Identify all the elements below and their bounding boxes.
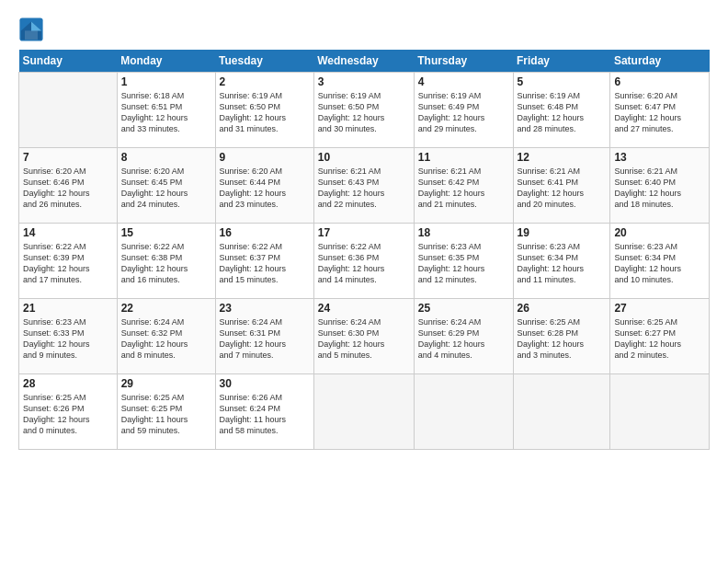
calendar-header-sunday: Sunday (19, 50, 118, 73)
calendar-cell (610, 374, 710, 450)
day-number: 22 (121, 302, 211, 315)
day-info: Sunrise: 6:22 AMSunset: 6:39 PMDaylight:… (23, 241, 113, 286)
calendar-cell: 21Sunrise: 6:23 AMSunset: 6:33 PMDayligh… (19, 299, 118, 374)
calendar-table: SundayMondayTuesdayWednesdayThursdayFrid… (18, 50, 710, 450)
calendar-cell: 6Sunrise: 6:20 AMSunset: 6:47 PMDaylight… (610, 73, 710, 148)
calendar-cell: 15Sunrise: 6:22 AMSunset: 6:38 PMDayligh… (117, 224, 215, 299)
day-info: Sunrise: 6:24 AMSunset: 6:31 PMDaylight:… (220, 316, 310, 362)
day-number: 17 (318, 226, 410, 239)
day-number: 26 (518, 302, 607, 315)
day-info: Sunrise: 6:20 AMSunset: 6:47 PMDaylight:… (614, 90, 705, 135)
day-number: 3 (318, 75, 410, 88)
calendar-cell: 1Sunrise: 6:18 AMSunset: 6:51 PMDaylight… (117, 73, 215, 148)
day-number: 21 (23, 302, 113, 315)
day-info: Sunrise: 6:25 AMSunset: 6:25 PMDaylight:… (121, 392, 211, 437)
calendar-cell: 29Sunrise: 6:25 AMSunset: 6:25 PMDayligh… (117, 374, 215, 450)
day-number: 19 (518, 226, 607, 239)
calendar-cell: 13Sunrise: 6:21 AMSunset: 6:40 PMDayligh… (610, 148, 710, 224)
logo (18, 17, 46, 42)
calendar-header-tuesday: Tuesday (215, 50, 313, 73)
calendar-cell (313, 374, 414, 450)
day-info: Sunrise: 6:25 AMSunset: 6:28 PMDaylight:… (518, 316, 607, 362)
day-info: Sunrise: 6:20 AMSunset: 6:44 PMDaylight:… (220, 166, 310, 211)
calendar-cell: 25Sunrise: 6:24 AMSunset: 6:29 PMDayligh… (414, 299, 513, 374)
day-number: 23 (220, 302, 310, 315)
calendar-week-2: 7Sunrise: 6:20 AMSunset: 6:46 PMDaylight… (19, 148, 710, 224)
calendar-cell (19, 73, 118, 148)
day-number: 27 (614, 302, 705, 315)
calendar-cell: 24Sunrise: 6:24 AMSunset: 6:30 PMDayligh… (313, 299, 414, 374)
day-info: Sunrise: 6:24 AMSunset: 6:32 PMDaylight:… (121, 316, 211, 362)
calendar-cell: 30Sunrise: 6:26 AMSunset: 6:24 PMDayligh… (215, 374, 313, 450)
day-info: Sunrise: 6:25 AMSunset: 6:26 PMDaylight:… (23, 392, 113, 437)
day-info: Sunrise: 6:20 AMSunset: 6:45 PMDaylight:… (121, 166, 211, 211)
day-number: 5 (518, 75, 607, 88)
calendar-cell: 4Sunrise: 6:19 AMSunset: 6:49 PMDaylight… (414, 73, 513, 148)
day-number: 13 (614, 151, 705, 164)
day-number: 2 (220, 75, 310, 88)
day-info: Sunrise: 6:20 AMSunset: 6:46 PMDaylight:… (23, 166, 113, 211)
calendar-header-monday: Monday (117, 50, 215, 73)
day-info: Sunrise: 6:23 AMSunset: 6:33 PMDaylight:… (23, 316, 113, 362)
day-number: 12 (518, 151, 607, 164)
day-info: Sunrise: 6:24 AMSunset: 6:30 PMDaylight:… (318, 316, 410, 362)
calendar-cell: 8Sunrise: 6:20 AMSunset: 6:45 PMDaylight… (117, 148, 215, 224)
calendar-cell (513, 374, 610, 450)
calendar-week-3: 14Sunrise: 6:22 AMSunset: 6:39 PMDayligh… (19, 224, 710, 299)
svg-rect-3 (25, 30, 38, 40)
day-info: Sunrise: 6:19 AMSunset: 6:48 PMDaylight:… (518, 90, 607, 135)
calendar-cell: 26Sunrise: 6:25 AMSunset: 6:28 PMDayligh… (513, 299, 610, 374)
day-number: 28 (23, 377, 113, 390)
day-number: 14 (23, 226, 113, 239)
calendar-cell: 9Sunrise: 6:20 AMSunset: 6:44 PMDaylight… (215, 148, 313, 224)
day-info: Sunrise: 6:21 AMSunset: 6:40 PMDaylight:… (614, 166, 705, 211)
day-info: Sunrise: 6:22 AMSunset: 6:38 PMDaylight:… (121, 241, 211, 286)
calendar-cell: 2Sunrise: 6:19 AMSunset: 6:50 PMDaylight… (215, 73, 313, 148)
calendar-cell: 28Sunrise: 6:25 AMSunset: 6:26 PMDayligh… (19, 374, 118, 450)
day-info: Sunrise: 6:26 AMSunset: 6:24 PMDaylight:… (220, 392, 310, 437)
calendar-week-1: 1Sunrise: 6:18 AMSunset: 6:51 PMDaylight… (19, 73, 710, 148)
day-number: 15 (121, 226, 211, 239)
day-info: Sunrise: 6:24 AMSunset: 6:29 PMDaylight:… (418, 316, 509, 362)
day-info: Sunrise: 6:21 AMSunset: 6:42 PMDaylight:… (418, 166, 509, 211)
calendar-cell: 7Sunrise: 6:20 AMSunset: 6:46 PMDaylight… (19, 148, 118, 224)
day-info: Sunrise: 6:22 AMSunset: 6:37 PMDaylight:… (220, 241, 310, 286)
day-info: Sunrise: 6:22 AMSunset: 6:36 PMDaylight:… (318, 241, 410, 286)
calendar-cell: 12Sunrise: 6:21 AMSunset: 6:41 PMDayligh… (513, 148, 610, 224)
day-number: 25 (418, 302, 509, 315)
day-number: 18 (418, 226, 509, 239)
day-info: Sunrise: 6:19 AMSunset: 6:50 PMDaylight:… (220, 90, 310, 135)
day-info: Sunrise: 6:19 AMSunset: 6:50 PMDaylight:… (318, 90, 410, 135)
calendar-header-row: SundayMondayTuesdayWednesdayThursdayFrid… (19, 50, 710, 73)
calendar-header-friday: Friday (513, 50, 610, 73)
day-number: 29 (121, 377, 211, 390)
day-number: 30 (220, 377, 310, 390)
page: SundayMondayTuesdayWednesdayThursdayFrid… (0, 0, 728, 563)
day-number: 7 (23, 151, 113, 164)
calendar-cell: 16Sunrise: 6:22 AMSunset: 6:37 PMDayligh… (215, 224, 313, 299)
calendar-header-wednesday: Wednesday (313, 50, 414, 73)
day-info: Sunrise: 6:19 AMSunset: 6:49 PMDaylight:… (418, 90, 509, 135)
day-number: 6 (614, 75, 705, 88)
calendar-cell: 22Sunrise: 6:24 AMSunset: 6:32 PMDayligh… (117, 299, 215, 374)
day-number: 16 (220, 226, 310, 239)
calendar-cell (414, 374, 513, 450)
day-number: 24 (318, 302, 410, 315)
calendar-cell: 18Sunrise: 6:23 AMSunset: 6:35 PMDayligh… (414, 224, 513, 299)
calendar-cell: 11Sunrise: 6:21 AMSunset: 6:42 PMDayligh… (414, 148, 513, 224)
calendar-cell: 27Sunrise: 6:25 AMSunset: 6:27 PMDayligh… (610, 299, 710, 374)
day-number: 11 (418, 151, 509, 164)
day-number: 8 (121, 151, 211, 164)
calendar-cell: 3Sunrise: 6:19 AMSunset: 6:50 PMDaylight… (313, 73, 414, 148)
calendar-week-5: 28Sunrise: 6:25 AMSunset: 6:26 PMDayligh… (19, 374, 710, 450)
calendar-week-4: 21Sunrise: 6:23 AMSunset: 6:33 PMDayligh… (19, 299, 710, 374)
day-number: 20 (614, 226, 705, 239)
day-info: Sunrise: 6:23 AMSunset: 6:34 PMDaylight:… (518, 241, 607, 286)
calendar-cell: 10Sunrise: 6:21 AMSunset: 6:43 PMDayligh… (313, 148, 414, 224)
calendar-cell: 5Sunrise: 6:19 AMSunset: 6:48 PMDaylight… (513, 73, 610, 148)
calendar-cell: 23Sunrise: 6:24 AMSunset: 6:31 PMDayligh… (215, 299, 313, 374)
calendar-cell: 14Sunrise: 6:22 AMSunset: 6:39 PMDayligh… (19, 224, 118, 299)
calendar-cell: 20Sunrise: 6:23 AMSunset: 6:34 PMDayligh… (610, 224, 710, 299)
day-info: Sunrise: 6:23 AMSunset: 6:34 PMDaylight:… (614, 241, 705, 286)
day-number: 1 (121, 75, 211, 88)
